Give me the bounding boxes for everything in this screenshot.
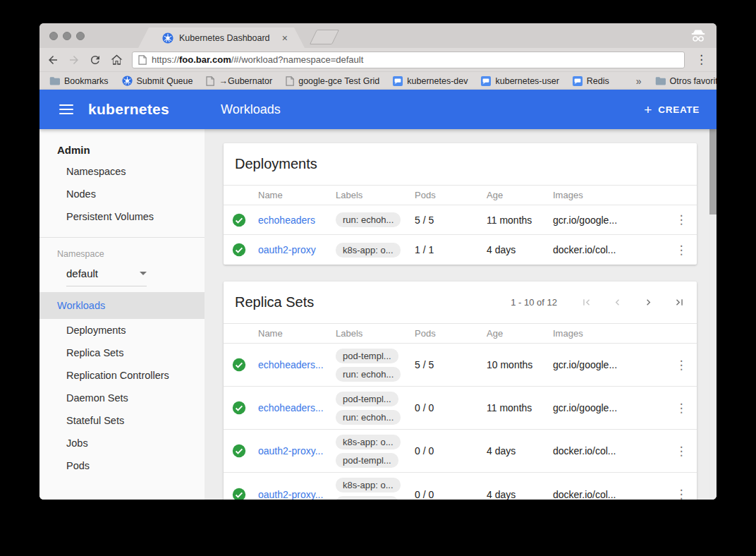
bookmark-label: Bookmarks bbox=[64, 76, 109, 86]
sidebar-item-replication-controllers[interactable]: Replication Controllers bbox=[39, 364, 205, 387]
sidebar-divider bbox=[39, 237, 205, 238]
bookmark-label: google-gce Test Grid bbox=[298, 76, 379, 86]
column-header-images: Images bbox=[551, 328, 666, 339]
sidebar-item-stateful-sets[interactable]: Stateful Sets bbox=[39, 409, 205, 432]
first-page-button[interactable] bbox=[580, 296, 592, 308]
browser-menu-button[interactable]: ⋮ bbox=[693, 52, 709, 67]
bookmark-item[interactable]: →Gubernator bbox=[206, 76, 272, 86]
label-chip: k8s-app: o... bbox=[336, 435, 401, 449]
sidebar-item-namespaces[interactable]: Namespaces bbox=[39, 160, 205, 183]
images-value: gcr.io/google... bbox=[551, 214, 666, 226]
row-actions-menu-button[interactable]: ⋮ bbox=[671, 444, 692, 459]
page-icon bbox=[286, 76, 294, 86]
sidebar-item-workloads[interactable]: Workloads bbox=[39, 292, 205, 319]
home-button[interactable] bbox=[110, 53, 123, 66]
bookmark-label: kubernetes-user bbox=[495, 76, 559, 86]
sidebar-admin-header: Admin bbox=[57, 144, 205, 156]
previous-page-button[interactable] bbox=[611, 296, 623, 308]
label-chip: pod-templ... bbox=[336, 496, 398, 500]
pods-value: 5 / 5 bbox=[413, 214, 484, 226]
minimize-window-button[interactable] bbox=[63, 32, 71, 40]
back-button[interactable] bbox=[47, 54, 59, 66]
age-value: 11 months bbox=[484, 214, 551, 226]
age-value: 4 days bbox=[484, 244, 551, 255]
table-row: oauth2-proxy...k8s-app: o...pod-templ...… bbox=[224, 430, 697, 473]
bookmark-item[interactable]: kubernetes-dev bbox=[393, 76, 468, 86]
label-chip: pod-templ... bbox=[336, 453, 398, 468]
row-actions-menu-button[interactable]: ⋮ bbox=[671, 487, 692, 500]
pods-value: 1 / 1 bbox=[413, 244, 484, 255]
content-scrollbar[interactable] bbox=[709, 129, 717, 500]
tab-title: Kubernetes Dashboard bbox=[179, 33, 282, 43]
images-value: gcr.io/google... bbox=[551, 402, 666, 413]
row-actions-menu-button[interactable]: ⋮ bbox=[671, 401, 692, 416]
resource-name-link[interactable]: echoheaders... bbox=[258, 402, 324, 413]
pods-value: 0 / 0 bbox=[413, 445, 484, 457]
status-ok-icon bbox=[232, 243, 246, 257]
last-page-button[interactable] bbox=[673, 296, 685, 308]
close-window-button[interactable] bbox=[49, 32, 58, 40]
close-tab-icon[interactable]: × bbox=[282, 32, 288, 44]
label-chip: run: echoh... bbox=[336, 212, 401, 227]
reload-button[interactable] bbox=[89, 54, 102, 66]
namespace-select[interactable]: default bbox=[66, 267, 147, 286]
sidebar-item-persistent-volumes[interactable]: Persistent Volumes bbox=[39, 205, 205, 228]
row-actions-menu-button[interactable]: ⋮ bbox=[671, 212, 692, 227]
next-page-button[interactable] bbox=[642, 296, 654, 308]
bookmark-item[interactable]: kubernetes-user bbox=[481, 76, 559, 86]
bookmark-item[interactable]: Submit Queue bbox=[122, 75, 193, 86]
namespace-label: Namespace bbox=[57, 249, 205, 259]
sidebar-item-deployments[interactable]: Deployments bbox=[39, 319, 205, 342]
sidebar-item-daemon-sets[interactable]: Daemon Sets bbox=[39, 387, 205, 409]
sidebar: Admin NamespacesNodesPersistent Volumes … bbox=[39, 129, 205, 500]
images-value: docker.io/col... bbox=[551, 244, 666, 255]
bookmark-item[interactable]: Redis bbox=[573, 76, 609, 86]
column-header-pods: Pods bbox=[413, 190, 484, 200]
resource-name-link[interactable]: echoheaders... bbox=[258, 359, 324, 370]
resource-name-link[interactable]: echoheaders bbox=[258, 214, 315, 226]
chevron-down-icon bbox=[140, 272, 147, 275]
zoom-window-button[interactable] bbox=[76, 32, 85, 40]
browser-tab[interactable]: Kubernetes Dashboard × bbox=[138, 28, 305, 48]
page-icon bbox=[206, 76, 214, 86]
plus-icon: + bbox=[644, 103, 652, 116]
bookmark-item[interactable]: Bookmarks bbox=[49, 76, 109, 86]
bookmarks-overflow-chevron[interactable]: » bbox=[636, 75, 642, 87]
bookmark-label: Redis bbox=[587, 76, 609, 86]
tab-strip: Kubernetes Dashboard × bbox=[39, 23, 717, 48]
images-value: docker.io/col... bbox=[551, 489, 666, 500]
bookmark-label: kubernetes-dev bbox=[407, 76, 468, 86]
row-actions-menu-button[interactable]: ⋮ bbox=[671, 243, 692, 258]
scrollbar-thumb[interactable] bbox=[709, 129, 717, 214]
column-header-age: Age bbox=[484, 328, 551, 339]
images-value: docker.io/col... bbox=[551, 445, 666, 457]
forward-button[interactable] bbox=[68, 54, 80, 66]
kubernetes-favicon-icon bbox=[162, 32, 173, 44]
pods-value: 0 / 0 bbox=[413, 402, 484, 413]
resource-name-link[interactable]: oauth2-proxy... bbox=[258, 489, 323, 500]
column-header-pods: Pods bbox=[413, 328, 484, 339]
address-bar[interactable]: https://foo.bar.com/#/workload?namespace… bbox=[132, 52, 685, 68]
column-header-images: Images bbox=[551, 190, 666, 200]
row-actions-menu-button[interactable]: ⋮ bbox=[671, 358, 692, 373]
column-header-name: Name bbox=[255, 190, 334, 200]
pagination-range: 1 - 10 of 12 bbox=[511, 297, 557, 308]
create-button[interactable]: + CREATE bbox=[640, 97, 704, 122]
resource-name-link[interactable]: oauth2-proxy bbox=[258, 244, 316, 255]
bookmark-other-folder[interactable]: Otros favoritos bbox=[655, 76, 717, 86]
table-row: echoheaders...pod-templ...run: echoh...0… bbox=[224, 387, 697, 430]
column-header-labels: Labels bbox=[334, 328, 413, 339]
resource-name-link[interactable]: oauth2-proxy... bbox=[258, 445, 323, 457]
status-ok-icon bbox=[232, 213, 246, 227]
bookmark-item[interactable]: google-gce Test Grid bbox=[286, 76, 379, 86]
app-bar: kubernetes Workloads + CREATE bbox=[39, 90, 717, 129]
sidebar-item-pods[interactable]: Pods bbox=[39, 454, 205, 477]
sidebar-item-nodes[interactable]: Nodes bbox=[39, 183, 205, 205]
new-tab-button[interactable] bbox=[310, 30, 339, 44]
sidebar-item-jobs[interactable]: Jobs bbox=[39, 432, 205, 454]
hamburger-menu-icon[interactable] bbox=[59, 104, 73, 114]
table-row: echoheadersrun: echoh...5 / 511 monthsgc… bbox=[224, 205, 697, 235]
folder-icon bbox=[49, 76, 60, 85]
main-content: Deployments Name Labels Pods Age Images … bbox=[205, 129, 717, 500]
sidebar-item-replica-sets[interactable]: Replica Sets bbox=[39, 342, 205, 364]
